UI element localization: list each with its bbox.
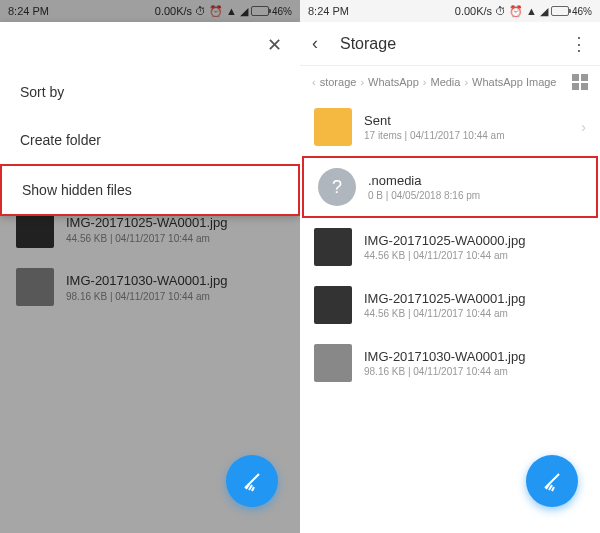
chevron-right-icon: ›	[464, 76, 468, 88]
fab-button[interactable]	[526, 455, 578, 507]
alarm-icon: ⏱	[495, 5, 506, 17]
file-name: .nomedia	[368, 173, 582, 188]
app-bar: ‹ Storage ⋮	[300, 22, 600, 66]
broom-icon	[540, 469, 564, 493]
file-row[interactable]: IMG-20171025-WA0000.jpg 44.56 KB | 04/11…	[300, 218, 600, 276]
file-meta: 44.56 KB | 04/11/2017 10:44 am	[364, 308, 586, 319]
image-thumbnail	[314, 286, 352, 324]
file-meta: 17 items | 04/11/2017 10:44 am	[364, 130, 569, 141]
image-thumbnail	[314, 228, 352, 266]
chevron-right-icon: ›	[360, 76, 364, 88]
battery-percent: 46%	[572, 6, 592, 17]
file-meta: 98.16 KB | 04/11/2017 10:44 am	[364, 366, 586, 377]
file-list: Sent 17 items | 04/11/2017 10:44 am › ? …	[300, 98, 600, 392]
chevron-left-icon: ‹	[312, 76, 316, 88]
crumb-item[interactable]: WhatsApp Image	[472, 76, 556, 88]
menu-sort-by[interactable]: Sort by	[0, 68, 300, 116]
file-name: IMG-20171030-WA0001.jpg	[364, 349, 586, 364]
file-row[interactable]: IMG-20171025-WA0001.jpg 44.56 KB | 04/11…	[300, 276, 600, 334]
breadcrumb[interactable]: ‹ storage › WhatsApp › Media › WhatsApp …	[300, 66, 600, 98]
file-meta: 0 B | 04/05/2018 8:16 pm	[368, 190, 582, 201]
file-row-nomedia[interactable]: ? .nomedia 0 B | 04/05/2018 8:16 pm	[302, 156, 598, 218]
close-row: ✕	[0, 22, 300, 68]
status-time: 8:24 PM	[308, 5, 349, 17]
status-right: 0.00K/s ⏱ ⏰ ▲ ◢ 46%	[455, 5, 592, 18]
file-row[interactable]: IMG-20171030-WA0001.jpg 98.16 KB | 04/11…	[300, 334, 600, 392]
left-phone: 8:24 PM 0.00K/s ⏱ ⏰ ▲ ◢ 46% IMG-20171025…	[0, 0, 300, 533]
more-icon[interactable]: ⋮	[570, 33, 588, 55]
right-phone: 8:24 PM 0.00K/s ⏱ ⏰ ▲ ◢ 46% ‹ Storage ⋮ …	[300, 0, 600, 533]
file-name: IMG-20171025-WA0001.jpg	[364, 291, 586, 306]
folder-icon	[314, 108, 352, 146]
unknown-file-icon: ?	[318, 168, 356, 206]
close-icon[interactable]: ✕	[267, 34, 282, 56]
file-meta: 44.56 KB | 04/11/2017 10:44 am	[364, 250, 586, 261]
crumb-item[interactable]: WhatsApp	[368, 76, 419, 88]
status-bar: 8:24 PM 0.00K/s ⏱ ⏰ ▲ ◢ 46%	[300, 0, 600, 22]
crumb-item[interactable]: Media	[430, 76, 460, 88]
chevron-right-icon: ›	[423, 76, 427, 88]
back-icon[interactable]: ‹	[312, 33, 332, 54]
alarm-icon-2: ⏰	[509, 5, 523, 18]
menu-create-folder[interactable]: Create folder	[0, 116, 300, 164]
folder-row-sent[interactable]: Sent 17 items | 04/11/2017 10:44 am ›	[300, 98, 600, 156]
broom-icon	[240, 469, 264, 493]
image-thumbnail	[314, 344, 352, 382]
crumb-item[interactable]: storage	[320, 76, 357, 88]
battery-icon	[551, 6, 569, 16]
signal-icon: ◢	[540, 5, 548, 18]
menu-show-hidden-files[interactable]: Show hidden files	[0, 164, 300, 216]
chevron-right-icon: ›	[581, 119, 586, 135]
file-name: IMG-20171025-WA0000.jpg	[364, 233, 586, 248]
page-title: Storage	[340, 35, 570, 53]
context-menu: ✕ Sort by Create folder Show hidden file…	[0, 22, 300, 216]
grid-view-icon[interactable]	[572, 74, 588, 90]
file-name: Sent	[364, 113, 569, 128]
fab-button[interactable]	[226, 455, 278, 507]
wifi-icon: ▲	[526, 5, 537, 17]
status-speed: 0.00K/s	[455, 5, 492, 17]
